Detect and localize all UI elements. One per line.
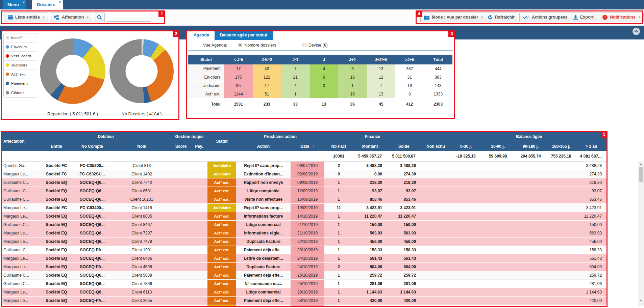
agenda-cell: 16 <box>395 81 424 90</box>
an1-cell: 158,33 <box>575 246 607 254</box>
close-icon[interactable]: × <box>23 0 25 4</box>
export-label: Export <box>580 15 594 20</box>
agenda-cell: 16 <box>338 90 367 98</box>
col-entite[interactable]: Entité <box>41 141 72 151</box>
col-solde[interactable]: Solde <box>387 141 421 151</box>
montant-cell: 11 220,47 <box>353 212 387 220</box>
table-row[interactable]: Margaux Le...Société EQSOCEQ-PA...Client… <box>1 262 607 271</box>
table-row[interactable]: Guillaume C...Société EQSOCEQ-Q6...Clien… <box>1 178 607 187</box>
table-row[interactable]: Margaux Le...Société FCFC-C632SU...Clien… <box>1 170 607 178</box>
col-0-30[interactable]: 0-30 j. <box>451 141 481 151</box>
legend-color-dot <box>6 45 9 49</box>
col-30-90[interactable]: 30-90 j. <box>481 141 515 151</box>
collapse-panel-button[interactable] <box>633 28 640 35</box>
nb-cell: 0 <box>324 170 353 178</box>
radio-devise[interactable] <box>302 43 306 47</box>
close-icon[interactable]: × <box>59 0 61 4</box>
table-row[interactable]: Margaux Le...Société EQSOCEQ-PA...Client… <box>1 296 607 305</box>
agenda-total-row: Total1531233331336454122303 <box>188 100 452 108</box>
agenda-column-header: J+1 <box>338 55 367 64</box>
col-pay[interactable]: Pay. <box>191 141 207 151</box>
agenda-total-label: Total <box>188 100 224 108</box>
entite-cell: Société FC <box>41 161 72 170</box>
tab-dossiers[interactable]: Dossiers × <box>32 0 63 9</box>
legend-label: Act° ext. <box>11 72 26 76</box>
table-row[interactable]: Guillaume C...Société EQSOCEQ-Q6...Clien… <box>1 279 607 288</box>
table-row[interactable]: Guillaume C...Société EQSOCEQ-Q6...Clien… <box>1 187 607 195</box>
table-row[interactable]: Margaux Le...Société EQSOCEQ-Q6...Client… <box>1 212 607 220</box>
table-row[interactable]: Guillaume C...Société EQSOCEQ-PA...Clien… <box>1 246 607 254</box>
col-score[interactable]: Score <box>171 141 191 151</box>
tab-balance-agee-par-statut[interactable]: Balance agée par statut <box>215 30 273 40</box>
d0-cell <box>451 203 481 212</box>
scroll-up-icon[interactable]: ▲ <box>638 161 644 166</box>
table-row[interactable]: Guillaume C...Société EQSOCEQ-Q6...Clien… <box>1 271 607 279</box>
action-cell: Duplicata Facture <box>236 237 291 246</box>
table-row-partial[interactable] <box>1 305 607 307</box>
pay-cell <box>191 296 207 305</box>
entite-cell: Société EQ <box>41 195 72 203</box>
legend-label: Paiement <box>11 81 28 85</box>
col-date[interactable]: Date↑ <box>291 141 324 151</box>
totals-row: 10301 5 459 357,27 5 011 500,87 -19 325,… <box>1 151 607 161</box>
col-nom[interactable]: Nom <box>112 141 171 151</box>
sort-ascending-icon[interactable]: ↑ <box>313 144 315 149</box>
col-montant[interactable]: Montant <box>353 141 387 151</box>
table-row[interactable]: Margaux Le...Société EQSOCEQ-Q6...Client… <box>1 237 607 246</box>
agenda-cell: 175 <box>224 73 253 81</box>
d90-cell <box>515 212 547 220</box>
table-row[interactable]: Quentin Ga...Société FCFC-C35200...Clien… <box>1 161 607 170</box>
search-combobox[interactable]: ▾ <box>107 13 151 22</box>
solde-cell: 281,06 <box>387 279 421 288</box>
col-nb-fact[interactable]: Nb Fact <box>324 141 353 151</box>
table-row[interactable]: Margaux Le...Société EQSOCEQ-Q6...Client… <box>1 254 607 262</box>
action-cell: Litige commercial <box>236 220 291 229</box>
radio-nombre-dossiers-label: Nombre dossiers <box>244 43 276 48</box>
notifications-button[interactable]: ! Notifications ▾ <box>599 12 644 22</box>
scroll-down-icon[interactable]: ▼ <box>638 298 644 303</box>
agenda-cell: 7 <box>281 64 310 73</box>
table-row[interactable]: Margaux Le...Société EQSOCEQ-Q6...Client… <box>1 229 607 237</box>
agenda-row-label: Paiement <box>188 64 224 73</box>
d30-cell <box>481 279 515 288</box>
agenda-cell: 13 <box>367 64 396 73</box>
liste-entites-button[interactable]: Liste entités ▾ <box>4 12 48 22</box>
agenda-cell: 13 <box>367 90 396 98</box>
col-action[interactable]: Action <box>236 141 291 151</box>
scrollbar-thumb[interactable] <box>639 167 643 182</box>
agenda-cell: 357 <box>395 64 424 73</box>
table-row[interactable]: Guillaume C...Société EQSOCEQ-Q6...Clien… <box>1 220 607 229</box>
compte-cell: SOCEQ-Q6... <box>72 220 112 229</box>
d180-cell <box>547 279 575 288</box>
search-button[interactable] <box>94 12 105 22</box>
vertical-scrollbar[interactable]: ▲ ▼ <box>638 161 644 306</box>
table-row[interactable]: Guillaume C...Société EQSOCEQ-Q6...Clien… <box>1 195 607 203</box>
total-0-30: -19 325,15 <box>451 151 481 161</box>
col-affectation[interactable]: Affectation <box>1 132 41 151</box>
col-statut[interactable]: Statut <box>207 132 236 151</box>
mode-vue-par-dossier-button[interactable]: Mode : Vue par dossier ▾ <box>420 12 487 22</box>
search-input[interactable] <box>107 13 164 21</box>
agenda-row: Act° ext.1244511161381333 <box>188 90 452 98</box>
affectation-button[interactable]: Affectation ▾ <box>50 12 92 22</box>
tab-agenda[interactable]: Agenda <box>188 30 215 40</box>
action-cell: Extinction d'instan... <box>236 170 291 178</box>
statut-cell: Act° ext. <box>207 229 236 237</box>
col-non-echu[interactable]: Non échu <box>421 141 451 151</box>
table-row[interactable]: Margaux Le...Société EQSOCEQ-Q6...Client… <box>1 288 607 296</box>
export-button[interactable]: Export <box>570 12 597 22</box>
actions-groupees-button[interactable]: Actions groupées ▾ <box>519 12 576 22</box>
radio-nombre-dossiers[interactable] <box>238 43 242 47</box>
rafraichir-button[interactable]: Rafraichir <box>484 12 518 22</box>
tab-menu[interactable]: Menu × <box>3 0 26 9</box>
col-no-compte[interactable]: No Compte <box>72 141 112 151</box>
col-180-365[interactable]: 180-365 j. <box>547 141 575 151</box>
agenda-row-label: Act° ext. <box>188 90 224 98</box>
statut-cell: Act° ext. <box>207 246 236 254</box>
col-plus-1-an[interactable]: > 1 an <box>575 141 607 151</box>
d90-cell <box>515 170 547 178</box>
legend-label: Inactif <box>11 36 22 40</box>
non_echu-cell <box>421 279 451 288</box>
table-row[interactable]: Margaux Le...Société FCFC-C63400...Clien… <box>1 203 607 212</box>
col-90-180[interactable]: 90-180 j. <box>515 141 547 151</box>
